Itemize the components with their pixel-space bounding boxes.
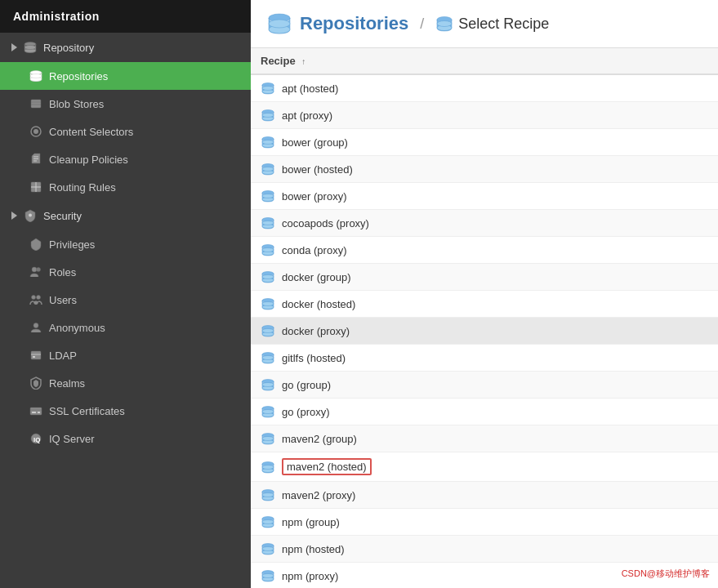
section-repository-label[interactable]: Repository: [0, 33, 251, 62]
sidebar-item-ldap[interactable]: LDAP: [0, 341, 251, 369]
svg-text:IQ: IQ: [33, 436, 40, 443]
sidebar-item-roles-label: Roles: [49, 266, 76, 278]
recipe-name: cocoapods (proxy): [282, 217, 369, 229]
recipe-name: npm (group): [282, 516, 340, 528]
table-row[interactable]: go (proxy): [251, 399, 718, 425]
sidebar-item-repositories[interactable]: Repositories: [0, 62, 251, 90]
sidebar-item-ssl-certificates[interactable]: SSL Certificates: [0, 397, 251, 425]
svg-point-37: [437, 21, 452, 27]
table-row[interactable]: docker (proxy): [251, 318, 718, 345]
sidebar-item-cleanup-policies-label: Cleanup Policies: [49, 154, 128, 166]
table-row[interactable]: go (group): [251, 372, 718, 399]
svg-rect-26: [30, 408, 42, 415]
row-db-icon: [261, 514, 275, 529]
content-selectors-icon: [29, 125, 42, 138]
table-row[interactable]: maven2 (group): [251, 425, 718, 452]
svg-point-20: [32, 296, 36, 300]
table-row[interactable]: bower (hosted): [251, 156, 718, 183]
sidebar-header: Administration: [0, 0, 251, 33]
column-recipe[interactable]: Recipe ↑: [251, 48, 718, 74]
svg-point-49: [262, 167, 274, 172]
table-row[interactable]: bower (group): [251, 129, 718, 156]
svg-point-73: [262, 383, 274, 387]
recipe-name: maven2 (hosted): [282, 458, 372, 475]
table-row[interactable]: maven2 (proxy): [251, 482, 718, 509]
sidebar-item-blob-stores[interactable]: Blob Stores: [0, 90, 251, 118]
breadcrumb-sub-text: Select Recipe: [458, 16, 549, 33]
row-db-icon: [261, 377, 275, 392]
svg-point-10: [33, 129, 38, 134]
row-db-icon: [261, 270, 275, 284]
table-row[interactable]: npm (proxy): [251, 563, 718, 589]
svg-point-70: [262, 356, 274, 360]
sidebar-item-users-label: Users: [49, 294, 77, 306]
section-repository-text: Repository: [43, 42, 94, 54]
ssl-certificates-icon: [29, 404, 42, 417]
svg-point-2: [25, 46, 36, 50]
recipe-name: bower (group): [282, 136, 348, 149]
table-row[interactable]: npm (hosted): [251, 536, 718, 563]
sidebar-item-iq-server-label: IQ Server: [49, 433, 95, 445]
row-db-icon: [261, 216, 275, 230]
row-db-icon: [261, 460, 275, 474]
sidebar-item-users[interactable]: Users: [0, 286, 251, 314]
svg-point-19: [37, 268, 41, 272]
row-db-icon: [261, 404, 275, 419]
recipe-name: apt (proxy): [282, 109, 332, 122]
table-row[interactable]: apt (proxy): [251, 102, 718, 129]
svg-point-88: [262, 520, 274, 524]
svg-rect-6: [31, 100, 41, 108]
sidebar-item-iq-server[interactable]: IQ IQ Server: [0, 425, 251, 452]
repository-icon: [24, 41, 37, 54]
sidebar-item-content-selectors-label: Content Selectors: [49, 126, 133, 138]
table-row[interactable]: docker (hosted): [251, 291, 718, 318]
sidebar-item-privileges-label: Privileges: [49, 238, 95, 251]
table-row[interactable]: gitlfs (hosted): [251, 345, 718, 372]
table-row[interactable]: docker (group): [251, 264, 718, 291]
svg-rect-29: [38, 412, 40, 413]
sidebar-item-cleanup-policies[interactable]: Cleanup Policies: [0, 145, 251, 173]
table-row[interactable]: conda (proxy): [251, 237, 718, 264]
svg-point-40: [262, 87, 274, 91]
recipe-name: docker (group): [282, 271, 351, 283]
sidebar-item-ldap-label: LDAP: [49, 350, 77, 362]
recipe-name: docker (proxy): [282, 325, 350, 337]
recipe-name: maven2 (proxy): [282, 489, 355, 501]
triangle-icon: [11, 43, 17, 51]
main-title: Repositories: [300, 13, 408, 34]
sub-title-icon: [435, 15, 453, 33]
svg-point-91: [262, 547, 274, 551]
table-row[interactable]: cocoapods (proxy): [251, 210, 718, 237]
sidebar-item-privileges[interactable]: Privileges: [0, 230, 251, 258]
realms-icon: [29, 376, 42, 390]
sidebar-item-routing-rules-label: Routing Rules: [49, 181, 116, 194]
recipe-name: apt (hosted): [282, 82, 338, 95]
table-row[interactable]: bower (proxy): [251, 183, 718, 210]
recipe-name: npm (proxy): [282, 570, 338, 582]
sidebar-item-realms[interactable]: Realms: [0, 369, 251, 397]
recipe-name: npm (hosted): [282, 543, 345, 555]
section-repository: Repository Repositories Blob Stores: [0, 33, 251, 201]
row-db-icon: [261, 541, 275, 556]
svg-rect-28: [32, 412, 36, 413]
recipe-name: docker (hosted): [282, 298, 355, 310]
svg-rect-25: [33, 356, 35, 358]
table-row[interactable]: apt (hosted): [251, 74, 718, 102]
svg-point-79: [262, 437, 274, 441]
repositories-icon: [29, 69, 42, 82]
row-db-icon: [261, 243, 275, 257]
sidebar-item-anonymous[interactable]: Anonymous: [0, 314, 251, 341]
svg-point-85: [262, 493, 274, 497]
recipe-name: maven2 (group): [282, 433, 357, 445]
svg-point-46: [262, 140, 274, 145]
svg-point-21: [37, 296, 41, 300]
row-db-icon: [261, 488, 275, 502]
table-row[interactable]: npm (group): [251, 509, 718, 536]
sidebar: Administration Repository Repositories: [0, 0, 251, 588]
sidebar-item-realms-label: Realms: [49, 377, 85, 390]
table-row[interactable]: maven2 (hosted): [251, 452, 718, 482]
section-security-label[interactable]: Security: [0, 201, 251, 230]
sidebar-item-content-selectors[interactable]: Content Selectors: [0, 118, 251, 145]
sidebar-item-roles[interactable]: Roles: [0, 258, 251, 286]
sidebar-item-routing-rules[interactable]: Routing Rules: [0, 173, 251, 201]
